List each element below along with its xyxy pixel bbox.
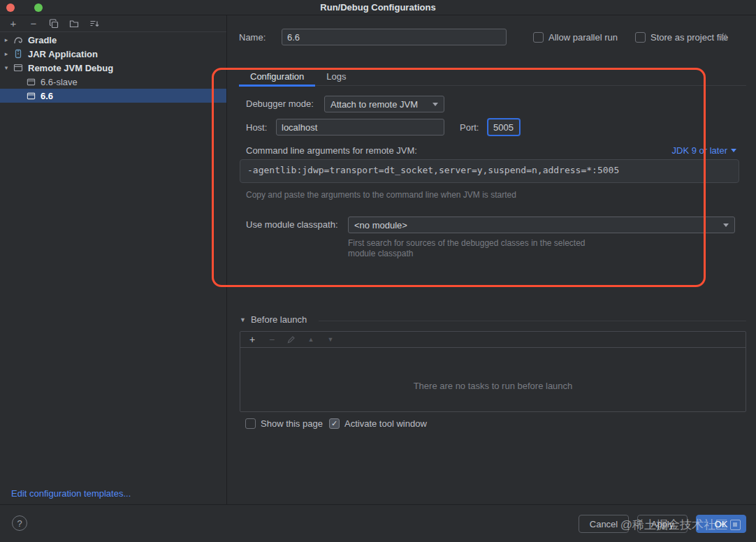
sort-icon (89, 19, 99, 29)
folder-icon (69, 19, 79, 29)
edit-configuration-templates-link[interactable]: Edit configuration templates... (11, 488, 131, 499)
tree-item-label: Gradle (28, 35, 57, 45)
allow-parallel-run-option[interactable]: Allow parallel run (533, 31, 618, 43)
tree-item-label: Remote JVM Debug (28, 63, 113, 73)
tab-bar: Configuration Logs (239, 67, 746, 86)
cmdline-hint: Copy and paste the arguments to the comm… (246, 190, 516, 200)
tab-logs[interactable]: Logs (315, 67, 357, 86)
tree-item-remote-jvm-debug[interactable]: ▾ Remote JVM Debug (0, 61, 226, 75)
chevron-right-icon[interactable]: ▸ (0, 36, 13, 43)
jar-application-icon (13, 48, 24, 59)
port-input[interactable] (488, 119, 520, 136)
question-icon: ? (17, 518, 22, 529)
copy-configuration-button[interactable] (47, 17, 61, 31)
copy-icon (49, 19, 59, 29)
plus-icon: + (10, 17, 17, 29)
add-task-button[interactable]: + (246, 333, 259, 346)
name-label: Name: (239, 32, 266, 43)
before-launch-rule (319, 321, 746, 321)
run-debug-configurations-dialog: Run/Debug Configurations + − ▸ Gradle (0, 0, 756, 542)
before-launch-toggle[interactable]: ▼ Before launch (240, 314, 307, 325)
debugger-mode-select[interactable]: Attach to remote JVM (324, 96, 444, 112)
debugger-mode-label: Debugger mode: (246, 98, 314, 109)
jdk-version-selector[interactable]: JDK 9 or later (672, 145, 736, 156)
store-as-project-file-option[interactable]: Store as project file (635, 31, 728, 43)
move-up-button[interactable]: ▲ (305, 333, 317, 346)
chevron-down-icon: ▼ (240, 316, 246, 323)
tree-item-label: JAR Application (28, 49, 98, 59)
module-classpath-label: Use module classpath: (246, 219, 338, 230)
remove-task-button[interactable]: − (266, 333, 278, 346)
store-as-project-file-checkbox[interactable] (635, 32, 646, 43)
tree-item-gradle[interactable]: ▸ Gradle (0, 33, 226, 47)
cmdline-args-field[interactable]: -agentlib:jdwp=transport=dt_socket,serve… (240, 159, 739, 183)
show-this-page-option[interactable]: Show this page (245, 418, 323, 429)
cmdline-args-label: Command line arguments for remote JVM: (246, 145, 417, 156)
module-classpath-select[interactable]: <no module> (348, 217, 735, 233)
add-configuration-button[interactable]: + (6, 17, 20, 31)
port-label: Port: (460, 122, 479, 133)
show-this-page-checkbox[interactable] (245, 418, 256, 429)
configurations-tree: ▸ Gradle ▸ JAR Application ▾ Remote JVM … (0, 33, 226, 103)
tree-item-66-selected[interactable]: 6.6 (0, 89, 226, 103)
help-button[interactable]: ? (12, 515, 27, 531)
chevron-down-icon (723, 224, 729, 227)
tree-item-jar-application[interactable]: ▸ JAR Application (0, 47, 226, 61)
pencil-icon (287, 335, 296, 344)
plus-icon: + (249, 334, 255, 345)
apply-button[interactable]: Apply (637, 515, 688, 533)
store-as-project-file-label: Store as project file (650, 32, 728, 43)
title-bar: Run/Debug Configurations (0, 0, 756, 15)
sort-configurations-button[interactable] (87, 17, 101, 31)
before-launch-toolbar: + − ▲ ▼ (240, 332, 746, 348)
window-title: Run/Debug Configurations (0, 2, 756, 13)
minus-icon: − (269, 334, 275, 345)
tree-item-label: 6.6 (41, 91, 53, 101)
host-label: Host: (246, 122, 267, 133)
module-classpath-hint: First search for sources of the debugged… (348, 238, 586, 259)
ok-button[interactable]: OK (696, 515, 746, 533)
activate-tool-window-checkbox[interactable]: ✓ (329, 418, 340, 429)
show-this-page-label: Show this page (261, 418, 323, 429)
move-to-folder-button[interactable] (67, 17, 81, 31)
run-config-icon (25, 76, 36, 87)
cancel-button[interactable]: Cancel (579, 515, 629, 533)
before-launch-panel: + − ▲ ▼ There are no tasks to run before… (240, 331, 746, 412)
arrow-up-icon: ▲ (308, 336, 314, 343)
activate-tool-window-option[interactable]: ✓ Activate tool window (329, 418, 427, 429)
sidebar-toolbar: + − (0, 15, 226, 32)
store-settings-button[interactable] (718, 32, 728, 42)
gradle-icon (13, 34, 24, 45)
chevron-down-icon (731, 149, 736, 152)
dialog-footer: ? Cancel Apply OK (0, 504, 756, 542)
allow-parallel-run-checkbox[interactable] (533, 32, 544, 43)
remove-configuration-button[interactable]: − (27, 17, 41, 31)
move-down-button[interactable]: ▼ (324, 333, 337, 346)
tree-item-label: 6.6-slave (41, 77, 78, 87)
before-launch-title: Before launch (251, 314, 307, 325)
chevron-down-icon[interactable]: ▾ (0, 64, 13, 71)
host-input[interactable] (276, 119, 444, 136)
activate-tool-window-label: Activate tool window (344, 418, 427, 429)
before-launch-empty-text: There are no tasks to run before launch (240, 381, 746, 391)
run-config-icon (25, 90, 36, 101)
arrow-down-icon: ▼ (328, 336, 334, 343)
allow-parallel-run-label: Allow parallel run (548, 32, 618, 43)
tab-configuration[interactable]: Configuration (239, 67, 315, 86)
gear-icon (718, 32, 728, 42)
minus-icon: − (31, 17, 37, 29)
tree-item-66-slave[interactable]: 6.6-slave (0, 75, 226, 89)
chevron-down-icon (432, 103, 438, 106)
edit-task-button[interactable] (285, 333, 298, 346)
name-input[interactable] (282, 29, 507, 45)
configurations-sidebar: + − ▸ Gradle ▸ (0, 15, 227, 504)
configuration-editor: Name: Allow parallel run Store as projec… (228, 15, 756, 504)
remote-debug-icon (13, 62, 24, 73)
chevron-right-icon[interactable]: ▸ (0, 50, 13, 57)
